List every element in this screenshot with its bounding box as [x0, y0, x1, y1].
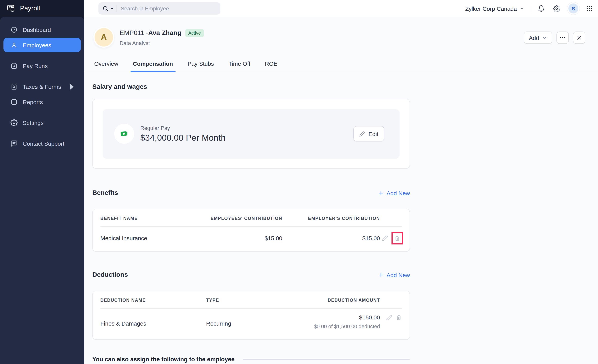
employee-name: Ava Zhang: [148, 29, 182, 37]
search-icon[interactable]: [102, 5, 113, 12]
plus-icon: [378, 190, 384, 196]
edit-benefit-button[interactable]: [382, 235, 388, 241]
tab-bar: Overview Compensation Pay Stubs Time Off…: [84, 60, 598, 72]
topbar: Zylker Corp Canada: [84, 0, 598, 17]
employee-title: EMP011 - Ava Zhang Active: [120, 29, 204, 37]
pencil-icon: [386, 315, 392, 321]
taxes-forms-icon: [10, 83, 18, 90]
search-divider: [116, 5, 117, 12]
chat-bubble-icon: [10, 140, 18, 147]
search-scope-caret-icon[interactable]: [110, 8, 113, 9]
add-button[interactable]: Add: [524, 32, 552, 44]
apps-grid-icon[interactable]: [586, 5, 593, 12]
plus-icon: [378, 272, 384, 278]
benefit-employees-contribution: $15.00: [193, 235, 282, 241]
sidebar-item-taxes-forms[interactable]: Taxes & Forms: [3, 79, 81, 94]
pay-runs-icon: [10, 62, 18, 69]
payroll-logo-icon: [7, 4, 16, 13]
sidebar-item-settings[interactable]: Settings: [3, 115, 81, 130]
main-content: A EMP011 - Ava Zhang Active Data Analyst…: [84, 17, 598, 364]
sidebar-item-contact-support[interactable]: Contact Support: [3, 136, 81, 151]
deduction-amount: $150.00: [282, 314, 380, 321]
assign-text: You can also assign the following to the…: [92, 356, 235, 363]
ellipsis-icon: [560, 37, 565, 39]
close-icon: [576, 35, 582, 40]
employee-code: EMP011 -: [120, 29, 148, 37]
sidebar-item-dashboard[interactable]: Dashboard: [3, 22, 81, 37]
sidebar-item-label: Taxes & Forms: [23, 83, 61, 90]
delete-deduction-button[interactable]: [396, 315, 402, 321]
reports-icon: [10, 98, 18, 105]
salary-section-title: Salary and wages: [92, 83, 585, 91]
benefits-table: BENEFIT NAME EMPLOYEES' CONTRIBUTION EMP…: [92, 209, 410, 252]
deductions-col-type: TYPE: [206, 298, 282, 303]
employee-header: A EMP011 - Ava Zhang Active Data Analyst…: [92, 17, 585, 47]
edit-deduction-button[interactable]: [386, 315, 392, 321]
settings-gear-icon[interactable]: [553, 5, 560, 12]
benefits-col-employees-contribution: EMPLOYEES' CONTRIBUTION: [193, 216, 282, 221]
search-input[interactable]: [120, 5, 216, 12]
sidebar-item-pay-runs[interactable]: Pay Runs: [3, 58, 81, 73]
sidebar-item-label: Reports: [23, 99, 43, 105]
pay-amount: $34,000.00 Per Month: [140, 133, 225, 143]
edit-button-label: Edit: [368, 130, 378, 137]
tab-compensation[interactable]: Compensation: [133, 60, 173, 72]
add-new-label: Add New: [386, 272, 410, 278]
benefits-col-name: BENEFIT NAME: [100, 216, 193, 221]
org-name: Zylker Corp Canada: [465, 5, 517, 12]
deduction-type: Recurring: [206, 314, 282, 327]
deductions-col-name: DEDUCTION NAME: [100, 298, 206, 303]
tab-pay-stubs[interactable]: Pay Stubs: [187, 60, 214, 72]
pencil-icon: [359, 131, 365, 137]
regular-pay-panel: Regular Pay $34,000.00 Per Month Edit: [103, 109, 399, 159]
app-title: Payroll: [20, 5, 40, 12]
benefit-name: Medical Insurance: [100, 235, 193, 241]
deduction-row: Fines & Damages Recurring $150.00 $0.00 …: [100, 309, 402, 330]
add-button-label: Add: [529, 34, 539, 41]
delete-benefit-button[interactable]: [394, 235, 400, 241]
tab-roe[interactable]: ROE: [265, 60, 278, 72]
notifications-bell-icon[interactable]: [538, 5, 545, 12]
tab-time-off[interactable]: Time Off: [228, 60, 250, 72]
global-search[interactable]: [99, 2, 220, 15]
assign-divider-line: [243, 359, 410, 360]
add-new-label: Add New: [386, 190, 410, 196]
org-selector[interactable]: Zylker Corp Canada: [465, 5, 524, 12]
tab-overview[interactable]: Overview: [94, 60, 119, 72]
dashboard-icon: [10, 26, 18, 33]
sidebar-item-label: Settings: [23, 119, 43, 126]
sidebar-item-employees[interactable]: Employees: [3, 38, 81, 52]
money-icon: [114, 124, 134, 144]
deductions-add-new-link[interactable]: Add New: [378, 272, 410, 278]
trash-icon: [394, 235, 400, 241]
deductions-table: DEDUCTION NAME TYPE DEDUCTION AMOUNT Fin…: [92, 291, 410, 340]
deductions-section-title: Deductions: [92, 271, 128, 279]
pay-name: Regular Pay: [140, 125, 225, 131]
sidebar-item-label: Employees: [23, 42, 51, 48]
sidebar-item-reports[interactable]: Reports: [3, 95, 81, 109]
sidebar: Payroll Dashboard Employees: [0, 0, 84, 364]
close-button[interactable]: [573, 32, 585, 44]
benefits-section-title: Benefits: [92, 189, 118, 197]
benefit-row: Medical Insurance $15.00 $15.00: [100, 227, 402, 241]
benefit-employers-contribution: $15.00: [282, 235, 380, 241]
edit-salary-button[interactable]: Edit: [353, 126, 384, 141]
pencil-icon: [382, 235, 388, 241]
sidebar-item-label: Dashboard: [23, 26, 51, 33]
chevron-down-icon: [542, 35, 547, 40]
app-window: Payroll Dashboard Employees: [0, 0, 598, 364]
salary-card: Regular Pay $34,000.00 Per Month Edit: [92, 99, 410, 169]
assign-section: You can also assign the following to the…: [92, 356, 410, 363]
more-options-button[interactable]: [556, 32, 569, 44]
app-logo: Payroll: [0, 0, 84, 17]
user-avatar[interactable]: S: [568, 3, 578, 13]
employee-designation: Data Analyst: [120, 40, 204, 46]
benefits-col-employers-contribution: EMPLOYER'S CONTRIBUTION: [282, 216, 380, 221]
deductions-col-amount: DEDUCTION AMOUNT: [282, 298, 380, 303]
topbar-divider: [531, 4, 531, 13]
chevron-right-icon: [68, 83, 75, 90]
deduction-name: Fines & Damages: [100, 314, 206, 327]
benefits-add-new-link[interactable]: Add New: [378, 190, 410, 196]
status-badge: Active: [185, 29, 204, 37]
deduction-progress: $0.00 of $1,500.00 deducted: [282, 324, 380, 330]
